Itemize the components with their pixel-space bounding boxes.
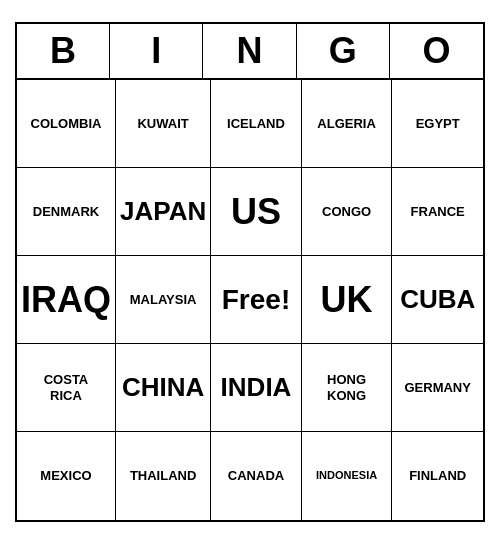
bingo-cell: JAPAN [116,168,211,256]
bingo-cell: DENMARK [17,168,116,256]
cell-text: UK [321,278,373,321]
bingo-cell: THAILAND [116,432,211,520]
bingo-cell: EGYPT [392,80,483,168]
cell-text: MEXICO [40,468,91,484]
cell-text: CHINA [122,372,204,403]
bingo-cell: ALGERIA [302,80,393,168]
cell-text: ICELAND [227,116,285,132]
bingo-cell: COSTARICA [17,344,116,432]
bingo-cell: GERMANY [392,344,483,432]
bingo-header-cell: O [390,24,483,78]
bingo-cell: US [211,168,302,256]
bingo-cell: CHINA [116,344,211,432]
cell-text: ALGERIA [317,116,376,132]
bingo-cell: MEXICO [17,432,116,520]
bingo-cell: COLOMBIA [17,80,116,168]
bingo-cell: INDONESIA [302,432,393,520]
cell-text: KUWAIT [137,116,188,132]
cell-text: IRAQ [21,278,111,321]
cell-text: CONGO [322,204,371,220]
bingo-header-cell: G [297,24,390,78]
bingo-cell: MALAYSIA [116,256,211,344]
bingo-header: BINGO [17,24,483,80]
cell-text: INDONESIA [316,469,377,482]
cell-text: EGYPT [416,116,460,132]
cell-text: MALAYSIA [130,292,197,308]
bingo-cell: IRAQ [17,256,116,344]
cell-text: CANADA [228,468,284,484]
bingo-cell: KUWAIT [116,80,211,168]
cell-text: FRANCE [411,204,465,220]
bingo-grid: COLOMBIAKUWAITICELANDALGERIAEGYPTDENMARK… [17,80,483,520]
cell-text: INDIA [221,372,292,403]
cell-text: CUBA [400,284,475,315]
bingo-header-cell: N [203,24,296,78]
bingo-cell: CUBA [392,256,483,344]
cell-text: THAILAND [130,468,196,484]
cell-text: COLOMBIA [31,116,102,132]
bingo-cell: UK [302,256,393,344]
cell-text: FINLAND [409,468,466,484]
cell-text: DENMARK [33,204,99,220]
cell-text: COSTARICA [44,372,89,403]
cell-text: US [231,190,281,233]
bingo-cell: FRANCE [392,168,483,256]
cell-text: GERMANY [404,380,470,396]
cell-text: JAPAN [120,196,206,227]
bingo-cell: HONGKONG [302,344,393,432]
bingo-cell: ICELAND [211,80,302,168]
bingo-cell: CONGO [302,168,393,256]
bingo-cell: FINLAND [392,432,483,520]
cell-text: HONGKONG [327,372,366,403]
bingo-cell: CANADA [211,432,302,520]
bingo-header-cell: B [17,24,110,78]
bingo-cell: Free! [211,256,302,344]
bingo-header-cell: I [110,24,203,78]
cell-text: Free! [222,283,290,317]
bingo-cell: INDIA [211,344,302,432]
bingo-card: BINGO COLOMBIAKUWAITICELANDALGERIAEGYPTD… [15,22,485,522]
